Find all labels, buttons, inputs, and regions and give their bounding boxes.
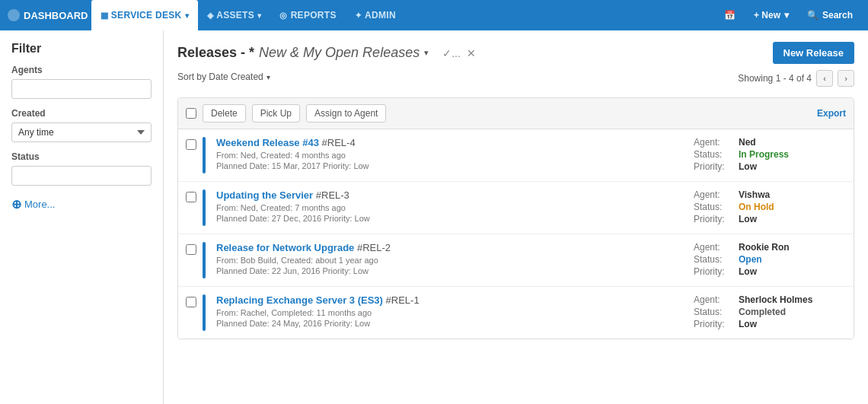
priority-label: Priority:	[694, 319, 736, 329]
release-meta: From: Bob Build, Created: about 1 year a…	[216, 256, 688, 265]
agent-label: Agent:	[694, 242, 736, 253]
release-row-border	[203, 294, 206, 331]
agent-item: Agent: Sherlock Holmes	[694, 294, 846, 305]
release-meta: From: Ned, Created: 4 months ago	[216, 151, 688, 160]
release-checkbox[interactable]	[186, 244, 196, 255]
created-select[interactable]: Any time Today This week This month	[11, 122, 152, 142]
title-releases-prefix: Releases - *	[177, 45, 254, 61]
priority-value: Low	[739, 161, 757, 172]
prev-page-button[interactable]: ‹	[816, 70, 833, 87]
assets-icon: ◈	[207, 11, 213, 21]
nav-item-admin[interactable]: ✦ ADMIN	[346, 0, 405, 30]
close-action-icon[interactable]: ✕	[467, 47, 476, 59]
service-desk-arrow-icon: ▾	[185, 11, 189, 20]
pickup-button[interactable]: Pick Up	[252, 104, 300, 122]
status-label: Status:	[694, 149, 736, 160]
release-id: #REL-4	[322, 137, 356, 148]
more-filters-button[interactable]: ⊕ More...	[11, 197, 152, 212]
priority-label: Priority:	[694, 214, 736, 224]
agent-value: Sherlock Holmes	[739, 294, 812, 305]
release-title: Updating the Servier #REL-3	[216, 189, 688, 201]
status-value: Completed	[739, 307, 786, 317]
search-button[interactable]: 🔍 Search	[799, 3, 860, 27]
reports-icon: ◎	[279, 11, 287, 21]
priority-item: Priority: Low	[694, 214, 846, 224]
new-dropdown-icon: ▾	[784, 10, 789, 21]
agent-value: Vishwa	[739, 189, 770, 200]
release-id: #REL-1	[386, 294, 420, 306]
release-row-border	[203, 137, 206, 173]
release-row: Release for Network Upgrade #REL-2 From:…	[178, 234, 854, 287]
status-value: In Progress	[739, 149, 789, 160]
agent-label: Agent:	[694, 137, 736, 148]
release-checkbox[interactable]	[186, 297, 196, 307]
agent-value: Rookie Ron	[739, 242, 790, 253]
nav-right-actions: 📅 + New ▾ 🔍 Search	[716, 3, 860, 27]
dashboard-icon	[8, 9, 20, 21]
nav-item-service-desk[interactable]: ▦ SERVICE DESK ▾	[91, 0, 198, 30]
new-release-button[interactable]: New Release	[773, 42, 855, 64]
title-dropdown-icon[interactable]: ▾	[424, 48, 429, 58]
release-link[interactable]: Updating the Servier	[216, 189, 313, 201]
next-page-button[interactable]: ›	[838, 70, 854, 87]
release-info: Planned Date: 24 May, 2016 Priority: Low	[216, 319, 688, 328]
release-link[interactable]: Replacing Exchange Server 3 (ES3)	[216, 294, 383, 306]
release-row: Weekend Release #43 #REL-4 From: Ned, Cr…	[178, 129, 854, 182]
release-title: Replacing Exchange Server 3 (ES3) #REL-1	[216, 294, 688, 306]
nav-item-assets[interactable]: ◈ ASSETS ▾	[198, 0, 270, 30]
release-meta: From: Rachel, Completed: 11 months ago	[216, 308, 688, 317]
status-input[interactable]	[11, 166, 152, 186]
priority-item: Priority: Low	[694, 319, 846, 329]
release-checkbox[interactable]	[186, 139, 196, 150]
status-item: Status: Completed	[694, 307, 846, 317]
status-label: Status:	[694, 202, 736, 212]
release-checkbox[interactable]	[186, 192, 196, 202]
table-toolbar: Delete Pick Up Assign to Agent Export	[178, 98, 854, 129]
release-title: Release for Network Upgrade #REL-2	[216, 242, 688, 253]
top-navigation: DASHBOARD ▦ SERVICE DESK ▾ ◈ ASSETS ▾ ◎ …	[0, 0, 868, 30]
releases-table: Delete Pick Up Assign to Agent Export We…	[177, 97, 854, 339]
release-details: Agent: Vishwa Status: On Hold Priority: …	[694, 189, 846, 226]
assign-button[interactable]: Assign to Agent	[306, 104, 386, 122]
admin-icon: ✦	[355, 11, 362, 21]
agent-label: Agent:	[694, 294, 736, 305]
created-label: Created	[11, 108, 152, 119]
priority-value: Low	[739, 319, 757, 329]
calendar-button[interactable]: 📅	[716, 3, 743, 27]
new-button[interactable]: + New ▾	[746, 3, 796, 27]
showing-text: Showing 1 - 4 of 4	[738, 73, 812, 84]
agent-value: Ned	[739, 137, 756, 148]
releases-list: Weekend Release #43 #REL-4 From: Ned, Cr…	[178, 129, 854, 339]
status-label: Status	[11, 151, 152, 162]
sort-bar[interactable]: Sort by Date Created ▾	[177, 72, 270, 82]
service-desk-icon: ▦	[101, 11, 108, 21]
release-row-content: Replacing Exchange Server 3 (ES3) #REL-1…	[216, 294, 688, 328]
release-row-content: Updating the Servier #REL-3 From: Ned, C…	[216, 189, 688, 223]
export-button[interactable]: Export	[817, 108, 846, 119]
priority-label: Priority:	[694, 266, 736, 277]
status-item: Status: Open	[694, 254, 846, 265]
agents-input[interactable]	[11, 79, 152, 99]
delete-button[interactable]: Delete	[203, 104, 246, 122]
check-action-icon[interactable]: ✓...	[442, 47, 461, 59]
release-link[interactable]: Weekend Release #43	[216, 137, 319, 148]
status-label: Status:	[694, 307, 736, 317]
showing-bar: Showing 1 - 4 of 4 ‹ ›	[738, 70, 854, 87]
release-title: Weekend Release #43 #REL-4	[216, 137, 688, 148]
release-info: Planned Date: 27 Dec, 2016 Priority: Low	[216, 214, 688, 223]
sort-arrow-icon: ▾	[266, 73, 270, 81]
release-row-border	[203, 242, 206, 278]
sort-label: Sort by Date Created	[177, 72, 263, 82]
dashboard-label: DASHBOARD	[24, 10, 88, 21]
agent-item: Agent: Vishwa	[694, 189, 846, 200]
agent-item: Agent: Rookie Ron	[694, 242, 846, 253]
status-value: Open	[739, 254, 762, 265]
nav-item-reports[interactable]: ◎ REPORTS	[270, 0, 345, 30]
status-item: Status: On Hold	[694, 202, 846, 212]
dashboard-nav-item[interactable]: DASHBOARD	[8, 9, 88, 21]
release-row-content: Weekend Release #43 #REL-4 From: Ned, Cr…	[216, 137, 688, 170]
priority-value: Low	[739, 214, 757, 224]
release-link[interactable]: Release for Network Upgrade	[216, 242, 354, 253]
select-all-checkbox[interactable]	[186, 108, 196, 119]
release-id: #REL-3	[316, 189, 349, 201]
